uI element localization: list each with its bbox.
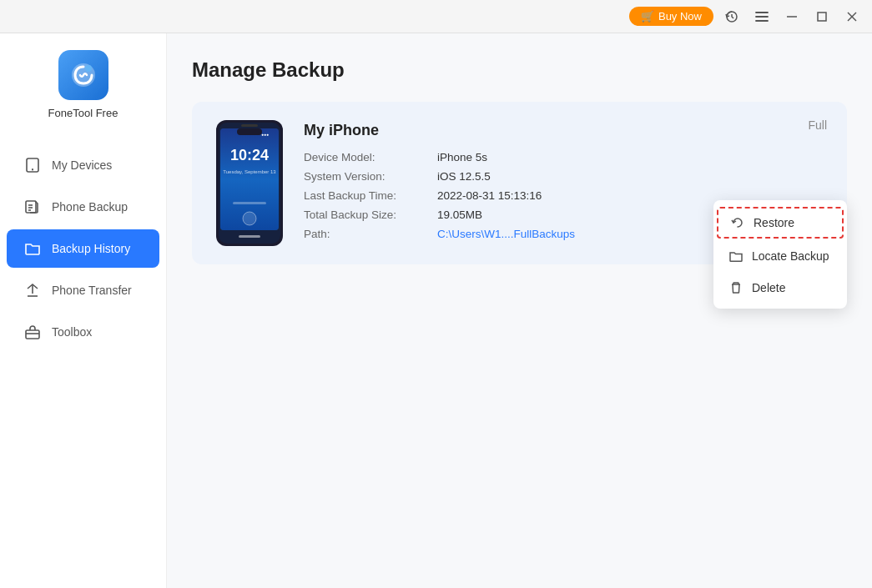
restore-icon [730,215,745,230]
sidebar-item-label: Backup History [52,242,130,255]
logo-area: FoneTool Free [0,50,166,119]
sidebar: FoneTool Free My Devices [0,33,167,588]
title-bar: 🛒 Buy Now [0,0,872,33]
info-value: iPhone 5s [437,151,487,163]
svg-text:Tuesday, September 13: Tuesday, September 13 [223,169,276,174]
sidebar-item-label: Phone Transfer [52,284,132,297]
path-link[interactable]: C:\Users\W1....FullBackups [437,228,575,240]
info-label: Device Model: [304,151,437,163]
svg-text:10:24: 10:24 [230,147,269,163]
svg-text:●●●: ●●● [261,132,269,137]
menu-item-restore[interactable]: Restore [717,207,844,239]
menu-item-label: Locate Backup [752,249,829,263]
folder-icon [728,249,743,264]
sidebar-item-phone-backup[interactable]: Phone Backup [7,188,159,226]
sidebar-item-phone-transfer[interactable]: Phone Transfer [7,271,159,309]
page-title: Manage Backup [192,58,847,82]
app-logo [58,50,108,100]
svg-rect-28 [239,235,260,238]
info-row-version: System Version: iOS 12.5.5 [304,170,827,183]
history-icon[interactable] [720,5,743,28]
menu-item-label: Restore [754,216,794,229]
menu-item-delete[interactable]: Delete [713,272,847,304]
sidebar-item-label: Phone Backup [52,200,128,214]
svg-rect-26 [233,202,266,204]
svg-rect-12 [26,201,36,213]
svg-rect-18 [26,330,39,339]
svg-point-27 [243,212,256,225]
sidebar-item-label: My Devices [52,158,112,172]
sidebar-item-label: Toolbox [52,325,92,339]
context-menu: Restore Locate Backup De [713,200,847,309]
svg-point-9 [85,65,92,72]
sidebar-item-toolbox[interactable]: Toolbox [7,313,159,351]
info-value: 19.05MB [437,209,482,221]
transfer-icon [23,281,42,299]
svg-rect-30 [241,124,258,127]
backup-type-badge: Full [808,118,827,132]
sidebar-item-my-devices[interactable]: My Devices [7,146,159,184]
svg-rect-29 [237,128,262,135]
info-value: iOS 12.5.5 [437,170,491,183]
cart-icon: 🛒 [641,10,654,23]
app-name: FoneTool Free [48,107,118,119]
info-label: System Version: [304,170,437,183]
svg-rect-5 [818,13,826,21]
app-body: FoneTool Free My Devices [0,33,872,588]
info-label: Total Backup Size: [304,209,437,221]
info-value: 2022-08-31 15:13:16 [437,189,542,202]
device-name: My iPhone [304,122,827,139]
backup-icon [23,198,42,216]
menu-icon[interactable] [750,5,774,28]
menu-item-label: Delete [752,281,785,294]
history-folder-icon [23,239,42,258]
maximize-button[interactable] [810,5,834,28]
toolbox-icon [23,323,42,341]
main-content: Manage Backup 10 [167,33,872,588]
sidebar-item-backup-history[interactable]: Backup History [7,229,159,268]
trash-icon [728,280,743,295]
buy-now-button[interactable]: 🛒 Buy Now [629,7,713,26]
menu-item-locate-backup[interactable]: Locate Backup [713,240,847,272]
info-label: Path: [304,228,437,240]
close-button[interactable] [840,5,864,28]
device-icon [23,156,42,174]
info-label: Last Backup Time: [304,189,437,202]
info-row-model: Device Model: iPhone 5s [304,151,827,163]
phone-illustration: 10:24 Tuesday, September 13 ●●● [212,118,287,248]
minimize-button[interactable] [780,5,804,28]
